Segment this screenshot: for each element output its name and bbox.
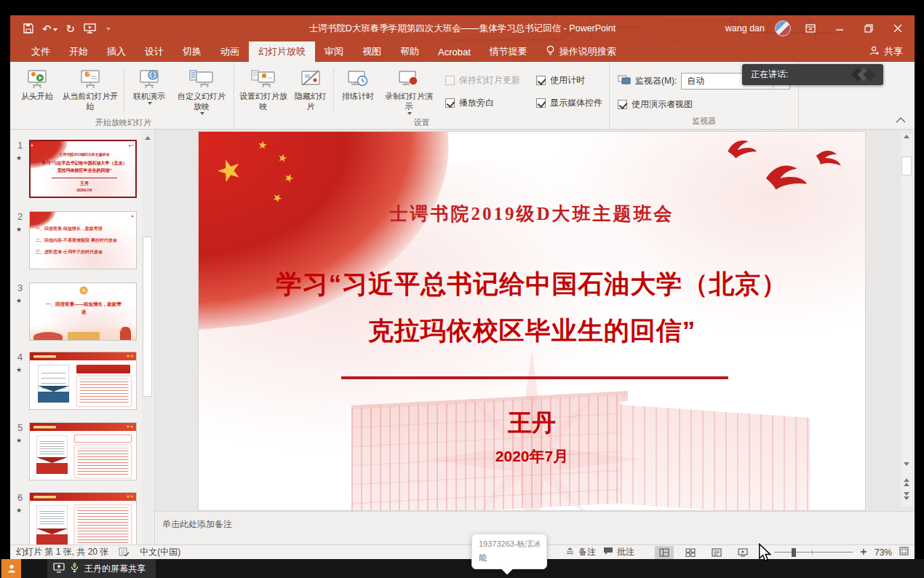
notes-toggle-label: 备注 — [578, 546, 596, 558]
hide-slide-button[interactable]: 隐藏幻灯片 — [290, 66, 331, 114]
taskbar-person-button[interactable] — [1, 559, 21, 578]
previous-slide-button[interactable] — [904, 478, 909, 486]
notes-icon — [565, 547, 575, 558]
redo-button[interactable]: ↻ — [66, 23, 76, 34]
next-slide-button[interactable] — [904, 492, 909, 500]
collapse-ribbon-button[interactable] — [896, 113, 906, 126]
dropdown-caret-icon — [407, 112, 412, 115]
present-online-button[interactable]: 联机演示 — [127, 66, 172, 106]
reading-view-button[interactable] — [707, 546, 726, 559]
group-start-slideshow: 从头开始 从当前幻灯片开始 联机演示 — [13, 62, 234, 129]
keep-slides-updated-label: 保持幻灯片更新 — [459, 74, 520, 87]
share-button[interactable]: 共享 — [858, 41, 915, 62]
dropdown-caret-icon — [148, 102, 152, 105]
zoom-in-button[interactable] — [860, 547, 867, 558]
comments-toggle-button[interactable]: 批注 — [603, 546, 634, 558]
fit-to-window-button[interactable] — [899, 547, 909, 558]
save-button[interactable] — [23, 23, 33, 33]
set-up-slideshow-button[interactable]: 设置幻灯片放映 — [236, 66, 290, 114]
scrollbar-thumb[interactable] — [143, 237, 152, 397]
scroll-up-arrow[interactable] — [901, 135, 912, 138]
checkbox-checked-icon — [536, 76, 546, 85]
record-slideshow-button[interactable]: 录制幻灯片演示 — [380, 66, 438, 116]
red-divider-rule — [341, 376, 728, 379]
mouse-cursor — [758, 543, 771, 565]
slide-thumbnail-2[interactable]: ➤ 一、回信背景-纸短情长，款款寄语 二、回信内容-不畏艰难险阻 勇担时代使命 … — [29, 211, 137, 269]
ribbon-display-options-button[interactable] — [801, 20, 820, 36]
keep-slides-updated-checkbox[interactable]: 保持幻灯片更新 — [445, 74, 520, 87]
slideshow-view-button[interactable] — [733, 546, 752, 559]
tab-review[interactable]: 审阅 — [315, 41, 353, 62]
person-plus-icon — [869, 46, 880, 58]
tab-animations[interactable]: 动画 — [211, 41, 249, 62]
scroll-down-arrow[interactable] — [901, 462, 912, 466]
spell-check-icon[interactable] — [119, 547, 130, 557]
rehearse-timings-button[interactable]: 排练计时 — [336, 66, 380, 103]
tab-transitions[interactable]: 切换 — [173, 41, 211, 62]
zoom-slider-thumb[interactable] — [792, 548, 796, 557]
slide-number: 1 — [17, 140, 23, 151]
tell-me-search[interactable]: 操作说明搜索 — [537, 41, 625, 62]
normal-view-button[interactable] — [655, 546, 674, 559]
tab-insert[interactable]: 插入 — [97, 41, 135, 62]
use-timings-checkbox[interactable]: 使用计时 — [536, 74, 602, 87]
undo-button[interactable]: ↶ — [42, 23, 57, 34]
customize-qat-chevron-icon[interactable] — [105, 22, 111, 35]
tab-storyboard[interactable]: 情节提要 — [480, 41, 537, 62]
scrollbar-thumb[interactable] — [901, 157, 912, 175]
slide-thumbnail-6[interactable]: ★★ — [29, 492, 137, 545]
notes-toggle-button[interactable]: 备注 — [565, 546, 596, 558]
tab-home[interactable]: 开始 — [60, 41, 97, 62]
tab-acrobat[interactable]: Acrobat — [429, 41, 480, 62]
tab-slideshow[interactable]: 幻灯片放映 — [249, 41, 315, 62]
slide-number: 4 — [17, 352, 23, 363]
avatar[interactable] — [775, 20, 791, 36]
tab-design[interactable]: 设计 — [135, 41, 173, 62]
group-label-monitors: 监视器 — [612, 115, 796, 129]
from-current-slide-label: 从当前幻灯片开始 — [62, 92, 119, 112]
start-slideshow-button[interactable] — [84, 23, 96, 34]
from-beginning-label: 从头开始 — [21, 92, 53, 102]
language-indicator[interactable]: 中文(中国) — [140, 546, 180, 558]
thumbnail-scrollbar[interactable] — [142, 131, 153, 545]
use-presenter-view-checkbox[interactable]: 使用演示者视图 — [618, 98, 790, 111]
slide-canvas[interactable]: ★★★★★ 士谔书院2019级D大班主题班会 学习“习近平总书记给中国石油大学（… — [198, 131, 866, 511]
meeting-logo-icon — [853, 70, 875, 79]
play-narrations-label: 播放旁白 — [459, 97, 494, 109]
hide-slide-label: 隐藏幻灯片 — [293, 92, 328, 112]
slide-thumbnail-3[interactable]: 一、回信背景——纸短情长，款款寄语 ★ — [29, 282, 137, 341]
custom-slideshow-button[interactable]: 自定义幻灯片放映 — [172, 66, 231, 116]
restore-button[interactable] — [859, 20, 878, 36]
speaking-label: 正在讲话: — [751, 68, 788, 81]
slide-thumbnail-4[interactable]: ★★ — [29, 352, 137, 410]
from-beginning-button[interactable]: 从头开始 — [15, 66, 59, 103]
screen-globe-icon — [138, 67, 161, 92]
zoom-level[interactable]: 73% — [875, 547, 892, 558]
slide-title-line2: 克拉玛依校区毕业生的回信” — [199, 314, 865, 348]
scroll-up-arrow[interactable] — [142, 132, 153, 143]
screen-share-taskbar-button[interactable]: 王丹的屏幕共享 — [47, 559, 156, 578]
tab-file[interactable]: 文件 — [22, 41, 60, 62]
group-set-up: 设置幻灯片放映 隐藏幻灯片 排练计时 — [234, 62, 610, 129]
set-up-slideshow-label: 设置幻灯片放映 — [239, 92, 287, 112]
monitor-label: 监视器(M): — [635, 75, 677, 87]
show-media-controls-checkbox[interactable]: 显示媒体控件 — [536, 97, 602, 109]
slide-counter[interactable]: 幻灯片 第 1 张, 共 20 张 — [16, 546, 108, 558]
present-online-label: 联机演示 — [133, 92, 165, 102]
minimize-button[interactable] — [830, 20, 849, 36]
slide-sorter-view-button[interactable] — [681, 546, 700, 559]
tabrow-spacer — [625, 41, 858, 62]
slide-thumbnail-5[interactable]: ★★ — [29, 422, 137, 480]
slide-thumbnail-1[interactable]: ★ ➤➣ 士谔书院2019级D大班主题班会 学习“习近平总书记给中国石油大学（北… — [29, 140, 137, 198]
main-area: 1 ★ ➤➣ 士谔书院2019级D大班主题班会 学习“习近平总书记给中国石油大学… — [10, 130, 915, 545]
close-button[interactable] — [888, 20, 907, 36]
animation-star-icon — [16, 366, 22, 373]
zoom-slider[interactable] — [774, 547, 853, 558]
lightbulb-icon — [546, 45, 555, 58]
tab-view[interactable]: 视图 — [353, 41, 391, 62]
editor-scrollbar[interactable] — [901, 133, 912, 507]
play-narrations-checkbox[interactable]: 播放旁白 — [445, 97, 520, 109]
tab-help[interactable]: 帮助 — [391, 41, 429, 62]
slide-number: 6 — [17, 492, 23, 503]
from-current-slide-button[interactable]: 从当前幻灯片开始 — [59, 66, 122, 114]
